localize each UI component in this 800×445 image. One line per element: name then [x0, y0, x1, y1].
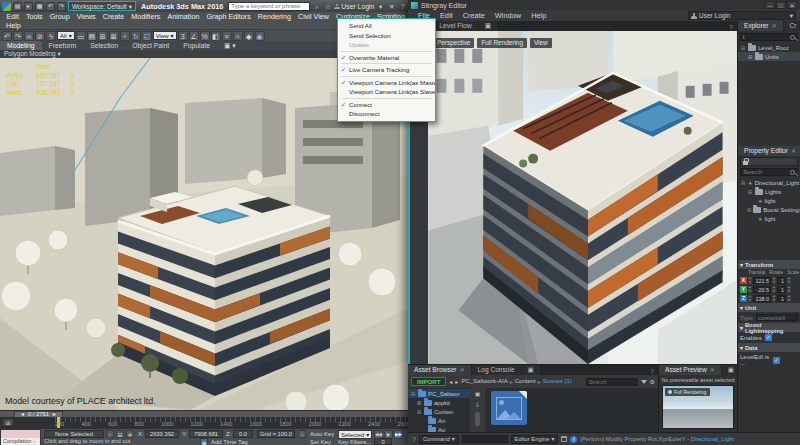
current-frame-field[interactable]: 0 — [374, 438, 392, 445]
scene-asset-thumbnail[interactable] — [491, 391, 527, 425]
tree-row-level-root[interactable]: ⊟Level_Root — [738, 43, 800, 52]
menu-rendering[interactable]: Rendering — [254, 12, 294, 22]
menu-window[interactable]: Window — [490, 10, 526, 21]
spinner[interactable]: ▴▾ — [772, 277, 776, 284]
go-to-end-button[interactable]: ▶▶ — [394, 430, 403, 439]
lock-icon[interactable]: ⊟ — [116, 430, 124, 438]
key-filters-button[interactable]: Key Filters... — [338, 439, 371, 445]
command-input[interactable] — [462, 435, 508, 443]
snap-toggle-icon[interactable]: 3 — [178, 31, 188, 41]
unit-type-field[interactable]: core/units/li — [756, 314, 798, 321]
workspace-selector[interactable]: Workspace: Default▾ — [68, 1, 136, 11]
star-icon[interactable]: ☆ — [323, 2, 332, 11]
breadcrumb-project[interactable]: PC_Saltwork-AIA — [461, 378, 507, 385]
camera-mode-button[interactable]: Perspective — [433, 38, 474, 48]
explorer-search-box[interactable]: i — [740, 33, 798, 41]
spinner[interactable]: ▴▾ — [772, 286, 776, 293]
tab-log-console[interactable]: Log Console — [472, 365, 521, 375]
boost-lightmapping-section-header[interactable]: ▾Boost Lightmapping — [738, 323, 800, 332]
close-icon[interactable]: ✕ — [787, 1, 797, 9]
3dsmax-logo[interactable] — [2, 2, 11, 11]
collapse-icon[interactable]: ⊟ — [747, 207, 751, 213]
select-and-scale-icon[interactable]: ◱ — [142, 31, 152, 41]
maxscript-mini-listener[interactable]: Compilation - — [0, 429, 41, 445]
keyword-search-input[interactable] — [228, 2, 310, 11]
settings-gear-icon[interactable]: ⚙ — [650, 378, 655, 385]
tab-property-editor[interactable]: Property Editor✕ — [738, 146, 800, 156]
angle-snap-icon[interactable]: ∠ — [189, 31, 199, 41]
menu-item-viewport-camera-link-slave[interactable]: Viewport Camera Link(as Slave) — [338, 87, 435, 97]
minimize-icon[interactable]: ─ — [765, 1, 775, 9]
menu-create[interactable]: Create — [458, 10, 490, 21]
menu-item-send-all[interactable]: Send All — [338, 21, 435, 31]
mirror-icon[interactable]: ◧ — [211, 31, 221, 41]
close-icon[interactable]: ✕ — [387, 2, 396, 11]
menu-tools[interactable]: Tools — [22, 12, 46, 22]
redo-icon[interactable]: ↷ — [13, 31, 23, 41]
listener-script-row[interactable]: Compilation - — [1, 438, 40, 445]
redo-icon[interactable]: ↷ — [57, 2, 66, 11]
tree-row-directional-light[interactable]: ⊟☀Directional_Light — [738, 178, 800, 187]
menu-item-viewport-camera-link-master[interactable]: ✓Viewport Camera Link(as Master) — [338, 78, 435, 88]
selection-filter-dropdown[interactable]: All▾ — [57, 31, 75, 40]
data-section-header[interactable]: ▾Data — [738, 343, 800, 352]
scale-z-field[interactable]: 1 — [777, 295, 786, 302]
ribbon-tab-freeform[interactable]: Freeform — [42, 41, 84, 50]
scrollbar[interactable] — [475, 412, 480, 426]
menu-create[interactable]: Create — [99, 12, 128, 22]
spinner[interactable]: ▴▾ — [748, 295, 752, 302]
folder-row-an[interactable]: An — [408, 416, 470, 425]
render-setup-icon[interactable]: ◉ — [255, 31, 265, 41]
folder-row-project[interactable]: ⊟PC_Saltwor — [408, 389, 470, 398]
preview-viewport[interactable]: Full Rendering — [662, 385, 734, 429]
tab-asset-browser[interactable]: Asset Browser✕ — [408, 365, 471, 375]
forward-icon[interactable]: ▸ — [455, 378, 458, 385]
user-login-button[interactable]: User Login ▾ — [688, 11, 796, 20]
import-asset-icon[interactable]: ⇩ — [473, 401, 482, 409]
menu-graph-editors[interactable]: Graph Editors — [203, 12, 254, 22]
stingray-viewport[interactable]: Perspective Full Rendering View — [428, 31, 737, 364]
listener-macro-row[interactable] — [1, 430, 40, 438]
help-icon[interactable]: ? — [650, 368, 654, 375]
layer-manager-icon[interactable]: ≡ — [222, 31, 232, 41]
folder-row-au[interactable]: Au — [408, 425, 470, 432]
shading-mode-button[interactable]: Full Rendering — [477, 38, 527, 48]
key-mode-dropdown[interactable]: Selected▾ — [338, 430, 372, 439]
view-options-button[interactable]: View — [530, 38, 552, 48]
menu-edit[interactable]: Edit — [435, 10, 458, 21]
z-coordinate-field[interactable]: 0.0 — [233, 430, 253, 438]
tree-row-lights[interactable]: ⊟Lights — [738, 187, 800, 196]
select-and-rotate-icon[interactable]: ↻ — [131, 31, 141, 41]
spinner[interactable]: ▴▾ — [787, 277, 791, 284]
menu-group[interactable]: Group — [46, 12, 73, 22]
percent-snap-icon[interactable]: % — [200, 31, 210, 41]
window-crossing-icon[interactable]: ⊠ — [109, 31, 119, 41]
curve-editor-icon[interactable]: ≈ — [233, 31, 243, 41]
rotate-x-field[interactable]: 121.5 — [753, 277, 771, 284]
reference-coordinate-dropdown[interactable]: View▾ — [153, 31, 177, 40]
new-folder-icon[interactable]: ▣ — [473, 390, 482, 398]
absolute-mode-icon[interactable]: # — [126, 430, 134, 438]
menu-item-send-selection[interactable]: Send Selection — [338, 31, 435, 41]
folder-row-appkit[interactable]: ⊞appkit — [408, 398, 470, 407]
data-checkbox[interactable]: ✓ — [773, 357, 780, 364]
chevron-down-icon[interactable]: ▾ — [376, 2, 385, 11]
close-icon[interactable]: ✕ — [710, 365, 715, 375]
menu-item-connect[interactable]: ✓Connect — [338, 100, 435, 110]
tab-level-flow[interactable]: Level Flow — [433, 21, 478, 31]
tab-create[interactable]: Cr — [784, 21, 800, 31]
y-coordinate-field[interactable]: 7908.681 — [189, 430, 223, 438]
ribbon-tab-selection[interactable]: Selection — [83, 41, 125, 50]
spinner[interactable]: ▴▾ — [787, 295, 791, 302]
ribbon-tab-modeling[interactable]: Modeling — [0, 41, 42, 50]
spinner[interactable]: ▴▾ — [748, 286, 752, 293]
preview-shading-button[interactable]: Full Rendering — [665, 388, 710, 396]
enables-checkbox[interactable]: ✓ — [765, 334, 772, 341]
bind-spacewarp-icon[interactable]: ϟ — [46, 31, 56, 41]
tree-row-light[interactable]: ☀light — [738, 196, 800, 205]
menu-modifiers[interactable]: Modifiers — [128, 12, 164, 22]
close-icon[interactable]: ✕ — [772, 21, 777, 31]
ribbon-tab-populate[interactable]: Populate — [176, 41, 217, 50]
add-time-tag-button[interactable]: Add Time Tag — [211, 439, 248, 445]
spinner[interactable]: ▴▾ — [748, 277, 752, 284]
